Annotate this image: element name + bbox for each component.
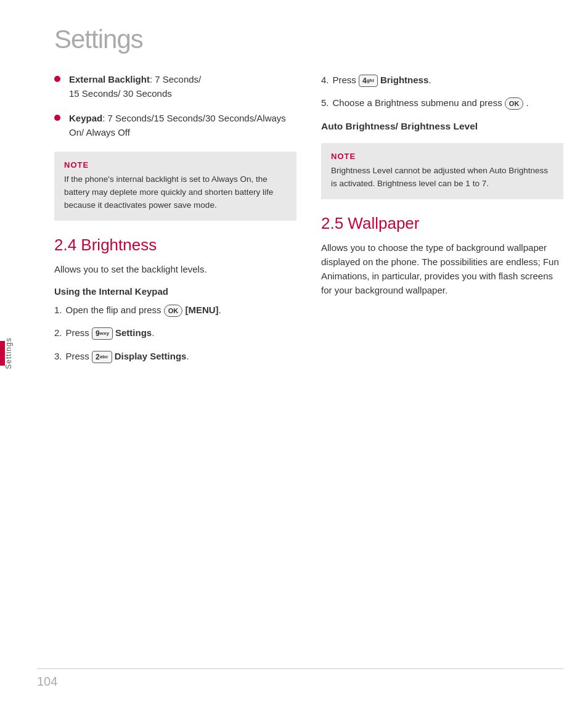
main-content: Settings External Backlight: 7 Seconds/1…: [17, 0, 588, 706]
key-2: 2abc: [92, 351, 112, 363]
step-number: 1.: [54, 303, 62, 317]
bullet-text: External Backlight: 7 Seconds/15 Seconds…: [69, 73, 201, 101]
ok-key: OK: [164, 305, 183, 317]
step-text: Open the flip and press OK [MENU].: [66, 303, 221, 317]
step-5: 5. Choose a Brightness submenu and press…: [321, 96, 563, 110]
bullet-dot: [54, 76, 60, 82]
step-bold: [MENU]: [185, 305, 218, 315]
note-text-right: Brightness Level cannot be adjusted when…: [331, 165, 553, 191]
step-bold: Brightness: [380, 75, 428, 85]
step-2: 2. Press 9wxy Settings.: [54, 326, 296, 340]
step-number: 4.: [321, 73, 329, 87]
step-text: Choose a Brightness submenu and press OK…: [333, 96, 529, 110]
sidebar-label: Settings: [4, 332, 13, 374]
bullet-dot: [54, 115, 60, 121]
bullet-list: External Backlight: 7 Seconds/15 Seconds…: [54, 73, 296, 139]
two-column-layout: External Backlight: 7 Seconds/15 Seconds…: [54, 73, 563, 669]
key-9: 9wxy: [92, 327, 113, 340]
bottom-rule: [37, 668, 563, 669]
step-text: Press 9wxy Settings.: [66, 326, 155, 340]
step-4: 4. Press 4ghi Brightness.: [321, 73, 563, 87]
note-label: NOTE: [64, 160, 287, 170]
sidebar-label-container: Settings: [0, 332, 17, 374]
step-bold: Settings: [115, 327, 152, 338]
step-text: Press 2abc Display Settings.: [66, 349, 189, 363]
note-box-right: NOTE Brightness Level cannot be adjusted…: [321, 143, 563, 199]
step-number: 2.: [54, 326, 62, 340]
step-3: 3. Press 2abc Display Settings.: [54, 349, 296, 363]
page-title: Settings: [54, 25, 563, 54]
page-number: 104: [37, 675, 57, 689]
step-1: 1. Open the flip and press OK [MENU].: [54, 303, 296, 317]
section-2-4-body: Allows you to set the backlight levels.: [54, 262, 296, 276]
subsection-heading: Using the Internal Keypad: [54, 286, 296, 297]
section-2-4-heading: 2.4 Brightness: [54, 236, 296, 255]
list-item: External Backlight: 7 Seconds/15 Seconds…: [54, 73, 296, 101]
note-label-right: NOTE: [331, 152, 553, 161]
section-2-5-body: Allows you to choose the type of backgro…: [321, 240, 563, 298]
sidebar-tab: Settings: [0, 0, 17, 706]
bullet-label: External Backlight: [69, 74, 150, 84]
section-2-5-heading: 2.5 Wallpaper: [321, 214, 563, 233]
left-column: External Backlight: 7 Seconds/15 Seconds…: [54, 73, 296, 669]
step-number: 3.: [54, 349, 62, 363]
bullet-label: Keypad: [69, 113, 102, 123]
note-box: NOTE If the phone's internal backlight i…: [54, 152, 296, 221]
submenu-text: Auto Brightness/ Brightness Level: [321, 119, 563, 133]
step-number: 5.: [321, 96, 329, 110]
note-text: If the phone's internal backlight is set…: [64, 173, 287, 212]
right-column: 4. Press 4ghi Brightness. 5. Choose a Br…: [321, 73, 563, 669]
list-item: Keypad: 7 Seconds/15 Seconds/30 Seconds/…: [54, 112, 296, 139]
step-text: Press 4ghi Brightness.: [333, 73, 431, 87]
key-4: 4ghi: [359, 75, 378, 87]
ok-key-2: OK: [505, 97, 524, 110]
bullet-text: Keypad: 7 Seconds/15 Seconds/30 Seconds/…: [69, 112, 296, 139]
step-bold: Display Settings: [115, 351, 187, 361]
